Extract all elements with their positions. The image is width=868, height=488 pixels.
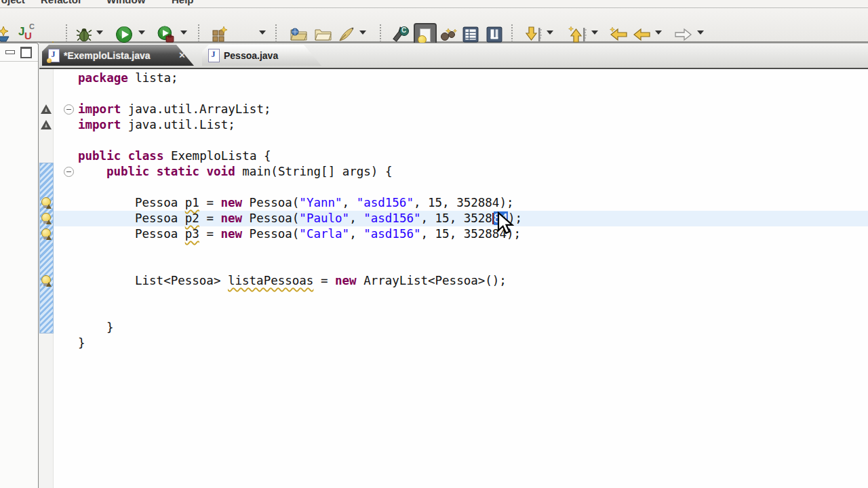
modified-overlay-icon [47,58,52,63]
new-junit-test-button[interactable]: J U C [18,25,35,43]
java-editor-tool-button[interactable] [338,25,355,44]
back-icon [632,26,651,43]
new-class-dropdown[interactable] [259,30,266,35]
previous-annotation-button[interactable] [568,25,587,44]
java-editor-tool-dropdown[interactable] [359,30,366,35]
folder-button[interactable] [313,25,332,44]
collapsed-panel [0,43,39,488]
code-line[interactable]: Pessoa p1 = new Pessoa("Yann", "asd156",… [39,195,868,211]
code-line[interactable] [39,86,868,102]
debug-icon [76,26,92,43]
external-tools-icon [157,26,175,43]
java-file-icon: J [48,49,60,62]
mouse-cursor [496,211,518,236]
feather-icon [338,26,355,43]
main-toolbar: J U C [0,8,868,43]
toolbar-separator [275,24,277,45]
maximize-button[interactable] [19,46,33,58]
menu-item-help[interactable]: Help [172,0,194,5]
run-dropdown[interactable] [138,30,145,35]
new-wizard-icon [0,26,11,43]
new-wizard-button[interactable] [0,25,11,44]
java-file-icon: J [208,49,220,62]
toolbar-separator [511,24,513,45]
code-editor[interactable]: package lista;import java.util.ArrayList… [39,69,868,488]
code-line[interactable]: import java.util.ArrayList; [39,102,868,117]
quickfix-bulb-icon[interactable] [41,197,52,209]
tab-label: Pessoa.java [224,50,278,61]
code-line[interactable] [39,133,868,148]
code-line[interactable] [39,304,868,320]
code-line[interactable] [39,258,868,273]
search-button[interactable]: C [392,25,410,44]
toolbar-separator [66,24,67,45]
external-tools-dropdown[interactable] [180,30,187,35]
code-line[interactable] [39,289,868,304]
show-table-button[interactable] [462,25,479,44]
previous-annotation-icon [568,26,587,43]
run-button[interactable] [115,25,133,44]
eclipse-window: ProjectRefactorWindowHelp J U C [0,0,868,488]
toolbar-separator [198,24,199,45]
code-line[interactable]: public static void main(String[] args) { [39,164,868,180]
next-annotation-icon [524,26,542,43]
debug-dropdown[interactable] [96,30,103,35]
code-line[interactable]: import java.util.List; [39,117,868,133]
forward-dropdown[interactable] [697,30,704,35]
code-line[interactable]: } [39,336,868,351]
code-line[interactable]: } [39,320,868,336]
code-line[interactable]: package lista; [39,70,868,86]
fold-collapse-icon[interactable] [64,167,74,177]
menu-item-refactor[interactable]: Refactor [41,0,82,5]
editor-tab-strip: J *ExemploLista.java ✕ J Pessoa.java [39,43,868,70]
search-icon [392,26,410,43]
minimize-button[interactable] [3,46,17,58]
forward-icon [674,26,693,43]
menu-item-project[interactable]: Project [0,0,25,5]
run-icon [115,26,133,43]
code-line[interactable]: Pessoa p3 = new Pessoa("Carla", "asd156"… [39,226,868,242]
annotations-button[interactable] [439,25,457,44]
code-line[interactable] [39,180,868,195]
code-line[interactable]: public class ExemploLista { [39,148,868,164]
back-button[interactable] [632,25,651,44]
menu-bar: ProjectRefactorWindowHelp [0,0,868,8]
new-java-project-button[interactable] [212,25,228,44]
quickfix-bulb-icon[interactable] [41,213,52,224]
new-java-project-icon [212,26,228,43]
quickfix-bulb-icon[interactable] [41,275,52,287]
back-dropdown[interactable] [655,30,662,35]
table-icon [462,26,479,43]
next-annotation-dropdown[interactable] [547,30,553,35]
forward-button[interactable] [674,25,693,44]
external-tools-button[interactable] [157,25,175,44]
tab-pessoa[interactable]: J Pessoa.java [202,45,321,66]
debug-button[interactable] [76,25,92,44]
code-line[interactable]: List<Pessoa> listaPessoas = new ArrayLis… [39,273,868,289]
previous-annotation-dropdown[interactable] [591,30,598,35]
folder-icon [313,26,332,43]
last-edit-location-icon [609,26,628,43]
code-line[interactable] [39,242,868,258]
code-line[interactable]: Pessoa p2 = new Pessoa("Paulo", "asd156"… [39,211,868,226]
last-edit-location-button[interactable] [609,25,628,44]
tab-exemplolista[interactable]: J *ExemploLista.java ✕ [42,45,194,66]
search-badge: C [401,26,406,34]
show-structure-button[interactable] [486,25,502,44]
minimize-icon [5,50,15,54]
structure-icon [486,26,502,43]
maximize-icon [20,47,32,58]
panel-separator [0,61,38,62]
fold-collapse-icon[interactable] [64,104,74,115]
toolbar-separator [380,24,381,45]
open-folder-icon [289,26,308,43]
tab-label: *ExemploLista.java [64,50,151,61]
quickfix-bulb-icon[interactable] [41,228,52,240]
tab-close-icon[interactable]: ✕ [178,50,186,60]
annotations-icon [439,27,457,42]
open-folder-button[interactable] [289,25,308,44]
menu-item-window[interactable]: Window [106,0,145,5]
next-annotation-button[interactable] [524,25,542,44]
